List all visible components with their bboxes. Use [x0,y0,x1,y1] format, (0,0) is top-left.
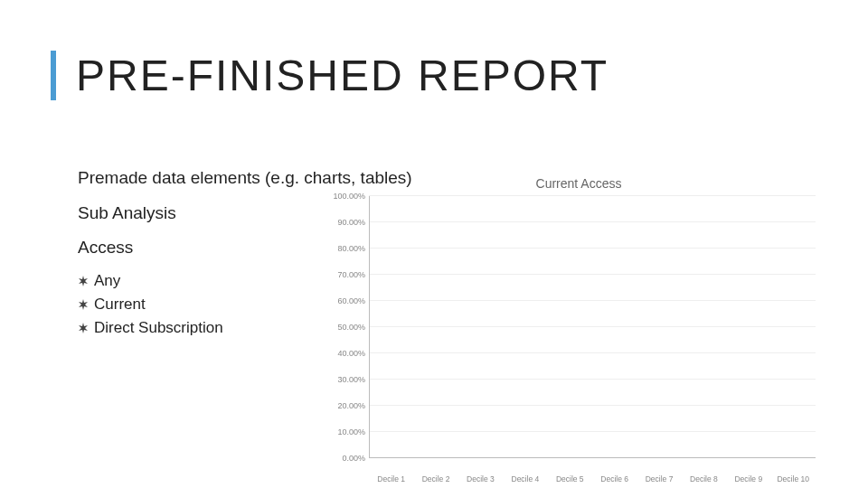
x-tick-label: Decile 1 [371,474,410,483]
svg-marker-2 [79,323,88,333]
x-tick-label: Decile 3 [460,474,500,483]
y-tick-label: 100.00% [333,192,365,201]
y-tick-label: 60.00% [337,296,365,305]
x-tick-label: Decile 9 [729,474,769,483]
plot-area: 0.00%10.00%20.00%30.00%40.00%50.00%60.00… [369,196,816,458]
y-tick-label: 30.00% [337,375,365,384]
accent-bar [51,51,56,100]
svg-marker-0 [79,276,88,286]
chart: Current Access 0.00%10.00%20.00%30.00%40… [326,176,832,483]
starburst-icon [78,299,89,310]
slide: PRE-FINISHED REPORT Premade data element… [0,0,868,488]
x-tick-label: Decile 6 [594,474,634,483]
y-tick-label: 40.00% [337,349,365,358]
y-tick-label: 80.00% [337,244,365,253]
y-tick-label: 20.00% [337,401,365,410]
y-axis: 0.00%10.00%20.00%30.00%40.00%50.00%60.00… [326,196,365,458]
x-tick-label: Decile 8 [684,474,723,483]
x-tick-label: Decile 5 [550,474,590,483]
x-tick-label: Decile 2 [416,474,456,483]
bars-container [369,196,816,458]
chart-title: Current Access [326,176,832,191]
y-tick-label: 50.00% [337,323,365,332]
bullet-label: Current [94,296,146,314]
bullet-label: Direct Subscription [94,319,223,337]
y-tick-label: 70.00% [337,270,365,279]
x-axis: Decile 1Decile 2Decile 3Decile 4Decile 5… [369,474,816,483]
starburst-icon [78,323,89,333]
heading-wrap: PRE-FINISHED REPORT [51,51,609,100]
y-tick-label: 0.00% [342,454,365,463]
starburst-icon [78,276,89,286]
x-tick-label: Decile 10 [773,474,813,483]
x-tick-label: Decile 4 [505,474,545,483]
svg-marker-1 [79,299,88,310]
page-title: PRE-FINISHED REPORT [76,51,609,100]
y-tick-label: 90.00% [337,218,365,227]
y-tick-label: 10.00% [337,427,365,436]
x-tick-label: Decile 7 [639,474,679,483]
bullet-label: Any [94,272,120,290]
